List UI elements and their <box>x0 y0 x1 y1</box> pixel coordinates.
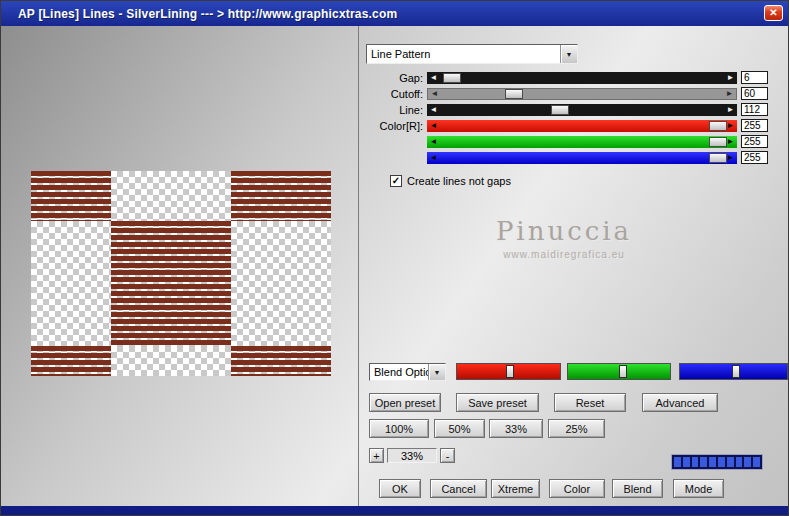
preview-cell <box>111 171 231 221</box>
save-preset-button[interactable]: Save preset <box>456 393 539 412</box>
blend-options-select[interactable]: Blend Optio ▼ <box>369 363 446 381</box>
color-red-slider[interactable]: ◄ ► <box>427 120 737 132</box>
preview-cell <box>231 221 331 346</box>
cutoff-value-input[interactable]: 60 <box>741 87 768 100</box>
zoom-100-button[interactable]: 100% <box>369 419 429 438</box>
green-channel-thumb[interactable] <box>619 365 627 378</box>
blend-button[interactable]: Blend <box>612 479 663 498</box>
zoom-33-button[interactable]: 33% <box>489 419 543 438</box>
checkmark-icon: ✓ <box>392 175 400 186</box>
slider-right-arrow-icon[interactable]: ► <box>725 72 736 84</box>
ok-button[interactable]: OK <box>379 479 421 498</box>
bottom-border-bar <box>1 506 788 515</box>
zoom-out-button[interactable]: - <box>440 448 455 463</box>
color-button[interactable]: Color <box>549 479 605 498</box>
gap-slider-row: Gap: ◄ ► 6 <box>363 71 768 84</box>
blue-channel-bar[interactable] <box>679 363 788 380</box>
slider-left-arrow-icon[interactable]: ◄ <box>428 152 439 164</box>
color-green-value-input[interactable]: 255 <box>741 135 768 148</box>
slider-left-arrow-icon[interactable]: ◄ <box>428 136 439 148</box>
create-lines-label: Create lines not gaps <box>407 175 511 187</box>
color-red-slider-thumb[interactable] <box>709 121 727 131</box>
controls-panel: Line Pattern ▼ Gap: ◄ ► 6 Cutoff: ◄ ► <box>359 26 788 506</box>
cancel-button[interactable]: Cancel <box>430 479 487 498</box>
gap-label: Gap: <box>363 72 423 84</box>
slider-right-arrow-icon[interactable]: ► <box>725 104 736 116</box>
progress-segment <box>683 457 690 467</box>
progress-segment <box>744 457 751 467</box>
gap-slider[interactable]: ◄ ► <box>427 72 737 84</box>
progress-segment <box>700 457 707 467</box>
pattern-preview-image <box>31 171 331 376</box>
zoom-in-button[interactable]: + <box>369 448 384 463</box>
chevron-down-icon[interactable]: ▼ <box>560 45 577 63</box>
gap-value-input[interactable]: 6 <box>741 71 768 84</box>
line-pattern-select[interactable]: Line Pattern ▼ <box>366 44 578 64</box>
preview-cell <box>31 346 111 376</box>
preview-cell <box>231 171 331 221</box>
gap-slider-thumb[interactable] <box>443 73 461 83</box>
line-pattern-selected-value: Line Pattern <box>367 45 560 63</box>
progress-segment <box>674 457 681 467</box>
slider-left-arrow-icon[interactable]: ◄ <box>428 120 439 132</box>
green-channel-bar[interactable] <box>567 363 671 380</box>
line-slider-row: Line: ◄ ► 112 <box>363 103 768 116</box>
slider-left-arrow-icon[interactable]: ◄ <box>428 104 439 116</box>
zoom-25-button[interactable]: 25% <box>548 419 605 438</box>
mode-button[interactable]: Mode <box>673 479 724 498</box>
create-lines-checkbox[interactable]: ✓ Create lines not gaps <box>390 175 511 187</box>
progress-segment <box>692 457 699 467</box>
color-red-slider-row: Color[R]: ◄ ► 255 <box>363 119 768 132</box>
progress-segment <box>718 457 725 467</box>
red-channel-thumb[interactable] <box>506 365 514 378</box>
slider-right-arrow-icon[interactable]: ► <box>724 88 735 100</box>
window-title: AP [Lines] Lines - SilverLining --- > ht… <box>1 7 397 21</box>
dialog-body: Line Pattern ▼ Gap: ◄ ► 6 Cutoff: ◄ ► <box>1 26 788 506</box>
xtreme-button[interactable]: Xtreme <box>491 479 540 498</box>
preview-cell <box>231 346 331 376</box>
blue-channel-thumb[interactable] <box>732 365 740 378</box>
color-blue-slider-thumb[interactable] <box>709 153 727 163</box>
color-blue-slider-row: ◄ ► 255 <box>363 151 768 164</box>
red-channel-bar[interactable] <box>456 363 561 380</box>
plugin-window: AP [Lines] Lines - SilverLining --- > ht… <box>0 0 789 516</box>
preview-cell <box>111 346 231 376</box>
slider-left-arrow-icon[interactable]: ◄ <box>429 88 440 100</box>
preview-cell <box>111 221 231 346</box>
zoom-50-button[interactable]: 50% <box>434 419 485 438</box>
open-preset-button[interactable]: Open preset <box>369 393 441 412</box>
color-red-value-input[interactable]: 255 <box>741 119 768 132</box>
line-value-input[interactable]: 112 <box>741 103 768 116</box>
progress-segment <box>736 457 743 467</box>
zoom-level-value: 33% <box>387 448 437 463</box>
checkbox-box[interactable]: ✓ <box>390 175 402 187</box>
chevron-down-icon[interactable]: ▼ <box>428 364 445 380</box>
color-blue-value-input[interactable]: 255 <box>741 151 768 164</box>
color-green-slider[interactable]: ◄ ► <box>427 136 737 148</box>
progress-segment <box>709 457 716 467</box>
line-slider-thumb[interactable] <box>551 105 569 115</box>
preview-cell <box>31 171 111 221</box>
cutoff-label: Cutoff: <box>363 88 423 100</box>
slider-left-arrow-icon[interactable]: ◄ <box>428 72 439 84</box>
progress-segment <box>727 457 734 467</box>
title-bar: AP [Lines] Lines - SilverLining --- > ht… <box>1 1 788 26</box>
reset-button[interactable]: Reset <box>554 393 626 412</box>
progress-bar <box>671 454 763 470</box>
close-button[interactable]: ✕ <box>764 5 783 21</box>
line-label: Line: <box>363 104 423 116</box>
color-red-label: Color[R]: <box>363 120 423 132</box>
color-blue-slider[interactable]: ◄ ► <box>427 152 737 164</box>
watermark-site: www.maidiregrafica.eu <box>414 249 714 260</box>
watermark-name: Pinuccia <box>414 216 714 246</box>
progress-segment <box>753 457 760 467</box>
color-green-slider-row: ◄ ► 255 <box>363 135 768 148</box>
preview-cell <box>31 221 111 346</box>
cutoff-slider-row: Cutoff: ◄ ► 60 <box>363 87 768 100</box>
advanced-button[interactable]: Advanced <box>642 393 718 412</box>
cutoff-slider[interactable]: ◄ ► <box>427 88 737 100</box>
line-slider[interactable]: ◄ ► <box>427 104 737 116</box>
color-green-slider-thumb[interactable] <box>709 137 727 147</box>
cutoff-slider-thumb[interactable] <box>505 89 523 99</box>
watermark: Pinuccia www.maidiregrafica.eu <box>414 216 714 260</box>
